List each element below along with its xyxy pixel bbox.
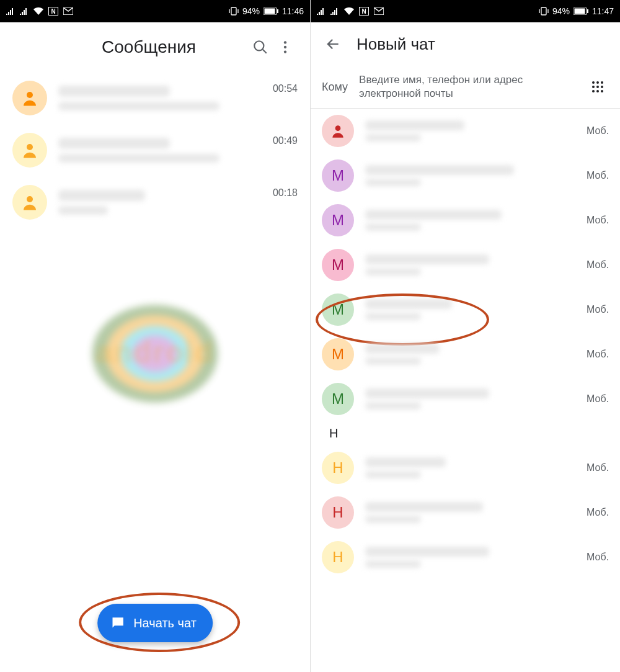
battery-percent: 94% [242,6,260,16]
more-button[interactable] [273,35,298,60]
conversation-body [58,190,262,215]
contact-item[interactable]: M Моб. [311,287,620,332]
svg-rect-1 [231,7,236,15]
app-bar: Сообщения [0,22,310,72]
avatar: M [322,204,354,236]
new-chat-screen: N 94% 11:47 Новый чат Кому Введите имя, … [310,0,620,672]
person-icon [20,89,39,107]
avatar [322,115,354,147]
status-bar: N 94% 11:47 [311,0,620,22]
svg-point-27 [592,90,595,92]
svg-rect-20 [587,9,588,13]
contact-item[interactable]: Н Моб. [311,490,620,535]
contact-type: Моб. [587,552,609,563]
contact-item[interactable]: M Моб. [311,377,620,421]
avatar [12,133,47,168]
signal-icon [6,7,15,15]
avatar: Н [322,452,354,484]
svg-point-9 [27,92,33,98]
contact-item[interactable]: M Моб. [311,332,620,377]
conversation-item[interactable]: 00:49 [0,124,310,176]
svg-point-12 [92,305,218,403]
wifi-icon [344,7,354,15]
svg-point-21 [592,81,595,84]
conversation-time: 00:54 [273,83,298,94]
contact-item[interactable]: M Моб. [311,153,620,198]
svg-point-26 [601,86,603,88]
contact-type: Моб. [587,507,609,518]
avatar: Н [322,541,354,573]
search-icon [252,39,268,55]
dialpad-button[interactable] [587,76,609,98]
more-vert-icon [277,39,293,55]
vibrate-icon [229,7,239,16]
conversation-time: 00:18 [273,187,298,199]
svg-point-22 [596,81,599,84]
watermark-icon [74,298,236,410]
svg-rect-19 [574,9,585,14]
svg-point-6 [284,41,286,43]
mail-icon [63,7,73,15]
section-header: Н [311,421,620,446]
svg-rect-4 [277,9,278,13]
avatar: M [322,338,354,370]
watermark-text: android [96,335,214,369]
svg-point-15 [133,336,177,372]
contact-list: Моб. M Моб. M Моб. M Моб. M Моб. M Моб. [311,109,620,580]
recipient-row: Кому Введите имя, телефон или адрес элек… [311,66,620,109]
contact-type: Моб. [587,349,609,360]
vibrate-icon [539,7,549,16]
contact-item[interactable]: M Моб. [311,198,620,243]
conversation-body [58,86,262,110]
contact-type: Моб. [587,215,609,226]
battery-icon [574,7,588,15]
page-title: Сообщения [12,37,248,57]
wifi-icon [33,7,43,15]
start-chat-fab[interactable]: Начать чат [97,604,213,642]
chat-icon [110,615,126,631]
svg-point-25 [596,86,599,88]
svg-point-5 [254,41,264,50]
nfc-icon: N [48,7,58,16]
battery-percent: 94% [552,6,570,16]
contact-item[interactable]: Н Моб. [311,446,620,490]
conversation-body [58,138,262,163]
svg-point-24 [592,86,595,88]
avatar: M [322,293,354,326]
conversation-item[interactable]: 00:18 [0,176,310,228]
search-button[interactable] [248,35,273,60]
nfc-icon: N [359,7,369,16]
svg-point-10 [27,144,33,150]
contact-item[interactable]: Н Моб. [311,535,620,580]
dialpad-icon [590,79,605,94]
recipient-input[interactable]: Введите имя, телефон или адрес электронн… [359,73,575,101]
svg-point-28 [596,90,599,92]
svg-rect-3 [264,9,275,14]
arrow-back-icon [325,36,341,52]
contact-item[interactable]: M Моб. [311,243,620,287]
avatar: M [322,249,354,281]
signal-icon-2 [20,7,29,15]
to-label: Кому [322,81,348,94]
svg-point-8 [284,50,286,53]
avatar: M [322,159,354,192]
contact-type: Моб. [587,259,609,271]
person-icon [20,193,39,212]
app-bar: Новый чат [311,22,620,66]
conversation-item[interactable]: 00:54 [0,72,310,124]
contact-item[interactable]: Моб. [311,109,620,153]
page-title: Новый чат [356,35,435,54]
avatar [12,81,47,115]
contact-type: Моб. [587,304,609,315]
svg-point-30 [335,126,341,132]
avatar: M [322,383,354,415]
clock-time: 11:47 [592,6,614,16]
contact-type: Моб. [587,462,609,473]
contact-type: Моб. [587,393,609,405]
back-button[interactable] [322,33,344,55]
svg-point-23 [601,81,603,84]
svg-point-13 [106,315,204,392]
conversation-time: 00:49 [273,135,298,146]
svg-point-14 [120,326,190,382]
signal-icon-2 [330,7,339,15]
